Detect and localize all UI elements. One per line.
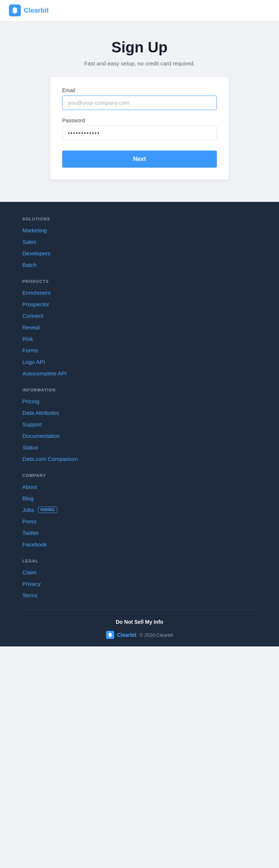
email-form-group: Email	[62, 87, 217, 110]
company-section: COMPANY About Blog Jobs HIRING Press Twi…	[22, 473, 257, 548]
footer-bottom: Do Not Sell My Info Clearbit © 2020 Clea…	[22, 610, 257, 646]
password-form-group: Password	[62, 117, 217, 140]
products-link-risk[interactable]: Risk	[22, 335, 257, 343]
products-link-connect[interactable]: Connect	[22, 312, 257, 320]
logo-text: Clearbit	[24, 7, 49, 14]
signup-title: Sign Up	[9, 39, 270, 56]
footer-brand: Clearbit © 2020 Clearbit	[22, 631, 257, 639]
information-link-pricing[interactable]: Pricing	[22, 397, 257, 405]
information-link-documentation[interactable]: Documentation	[22, 432, 257, 440]
information-link-data-attributes[interactable]: Data Attributes	[22, 409, 257, 417]
footer-clearbit-icon	[106, 631, 114, 639]
products-link-enrichment[interactable]: Enrichment	[22, 289, 257, 297]
signup-subtitle: Fast and easy setup, no credit card requ…	[9, 60, 270, 67]
products-link-autocomplete-api[interactable]: Autocomplete API	[22, 370, 257, 377]
products-link-prospector[interactable]: Prospector	[22, 300, 257, 308]
legal-link-privacy[interactable]: Privacy	[22, 580, 257, 588]
products-title: PRODUCTS	[22, 279, 257, 284]
company-link-blog[interactable]: Blog	[22, 494, 257, 502]
information-link-datacom-comparison[interactable]: Data.com Comparison	[22, 455, 257, 463]
solutions-link-batch[interactable]: Batch	[22, 261, 257, 269]
jobs-row: Jobs HIRING	[22, 506, 257, 514]
footer: SOLUTIONS Marketing Sales Developers Bat…	[0, 202, 279, 646]
solutions-link-sales[interactable]: Sales	[22, 238, 257, 246]
do-not-sell-text: Do Not Sell My Info	[22, 619, 257, 625]
products-section: PRODUCTS Enrichment Prospector Connect R…	[22, 279, 257, 377]
solutions-title: SOLUTIONS	[22, 217, 257, 221]
company-link-jobs[interactable]: Jobs	[22, 506, 34, 514]
legal-section: LEGAL Claim Privacy Terms	[22, 559, 257, 599]
email-input[interactable]	[62, 96, 217, 110]
password-label: Password	[62, 117, 217, 123]
information-title: INFORMATION	[22, 388, 257, 392]
next-button[interactable]: Next	[62, 151, 217, 168]
password-input[interactable]	[62, 126, 217, 140]
information-link-status[interactable]: Status	[22, 443, 257, 451]
footer-brand-text: Clearbit	[117, 632, 137, 638]
company-link-about[interactable]: About	[22, 483, 257, 491]
information-section: INFORMATION Pricing Data Attributes Supp…	[22, 388, 257, 463]
information-link-support[interactable]: Support	[22, 420, 257, 428]
products-link-forms[interactable]: Forms	[22, 346, 257, 354]
clearbit-logo-icon	[9, 4, 21, 16]
legal-link-claim[interactable]: Claim	[22, 568, 257, 576]
logo-link[interactable]: Clearbit	[9, 4, 49, 16]
solutions-link-developers[interactable]: Developers	[22, 249, 257, 257]
company-link-facebook[interactable]: Facebook	[22, 541, 257, 548]
company-link-twitter[interactable]: Twitter	[22, 529, 257, 537]
products-link-logo-api[interactable]: Logo API	[22, 358, 257, 366]
legal-link-terms[interactable]: Terms	[22, 591, 257, 599]
products-link-reveal[interactable]: Reveal	[22, 323, 257, 331]
signup-card: Email Password Next	[50, 77, 229, 180]
header: Clearbit	[0, 0, 279, 21]
hiring-badge: HIRING	[38, 507, 57, 513]
company-link-press[interactable]: Press	[22, 517, 257, 525]
solutions-section: SOLUTIONS Marketing Sales Developers Bat…	[22, 217, 257, 269]
signup-section: Sign Up Fast and easy setup, no credit c…	[0, 21, 279, 202]
solutions-link-marketing[interactable]: Marketing	[22, 226, 257, 234]
email-label: Email	[62, 87, 217, 93]
legal-title: LEGAL	[22, 559, 257, 563]
footer-copyright: © 2020 Clearbit	[140, 632, 173, 638]
company-title: COMPANY	[22, 473, 257, 478]
